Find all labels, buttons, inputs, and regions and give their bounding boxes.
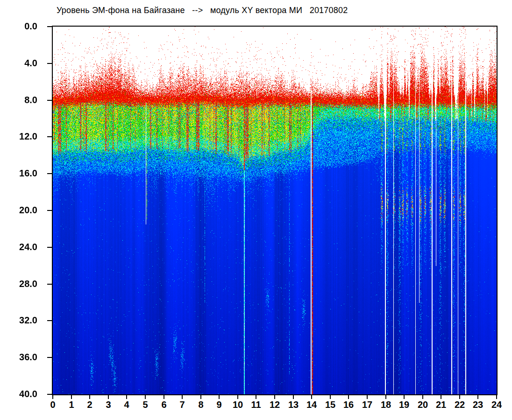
y-tick-label: 32.0 <box>5 315 37 326</box>
y-tick <box>47 284 53 285</box>
x-tick <box>200 395 201 399</box>
x-tick-label: 9 <box>209 399 229 410</box>
y-tick <box>47 210 53 211</box>
x-tick-label: 7 <box>172 399 192 410</box>
chart-title: Уровень ЭМ-фона на Байгазане --> модуль … <box>57 6 348 15</box>
x-tick-label: 21 <box>431 399 451 410</box>
x-tick-label: 10 <box>228 399 248 410</box>
x-tick-label: 13 <box>283 399 304 410</box>
x-tick-label: 1 <box>61 399 82 410</box>
x-tick-label: 8 <box>191 399 211 410</box>
y-tick-label: 24.0 <box>5 242 37 252</box>
x-tick <box>164 395 164 399</box>
x-tick <box>293 395 294 399</box>
x-tick <box>71 395 72 399</box>
x-tick <box>256 395 256 399</box>
x-tick <box>145 395 146 399</box>
x-tick-label: 0 <box>43 399 63 410</box>
y-tick-label: 28.0 <box>5 279 37 289</box>
x-tick-label: 17 <box>357 399 377 410</box>
y-tick-label: 20.0 <box>5 205 37 216</box>
y-tick <box>47 173 53 174</box>
y-tick-label: 4.0 <box>5 58 37 69</box>
y-tick <box>47 100 53 101</box>
x-tick <box>274 395 275 399</box>
x-tick <box>459 395 460 399</box>
x-tick <box>52 395 53 399</box>
y-tick <box>47 26 53 27</box>
x-tick-label: 3 <box>98 399 119 410</box>
y-tick <box>47 136 53 137</box>
x-tick-label: 2 <box>79 399 100 410</box>
x-tick-label: 20 <box>412 399 433 410</box>
x-tick-label: 4 <box>116 399 137 410</box>
x-tick-label: 22 <box>449 399 470 410</box>
x-tick <box>441 395 441 399</box>
y-tick <box>47 247 53 248</box>
x-tick <box>385 395 386 399</box>
x-tick <box>311 395 312 399</box>
x-tick <box>367 395 368 399</box>
x-tick <box>422 395 423 399</box>
x-tick-label: 24 <box>486 399 507 410</box>
x-tick <box>182 395 183 399</box>
y-tick <box>47 357 53 358</box>
x-tick <box>330 395 331 399</box>
y-tick-label: 12.0 <box>5 131 37 142</box>
x-tick <box>219 395 220 399</box>
x-tick <box>237 395 238 399</box>
y-tick <box>47 63 53 64</box>
y-tick-label: 40.0 <box>5 389 37 399</box>
x-tick-label: 18 <box>376 399 396 410</box>
y-tick-label: 16.0 <box>5 168 37 179</box>
x-tick-label: 5 <box>135 399 156 410</box>
x-tick-label: 11 <box>246 399 266 410</box>
x-tick <box>108 395 109 399</box>
y-tick-label: 0.0 <box>5 21 37 32</box>
x-tick <box>496 395 497 399</box>
x-tick <box>477 395 478 399</box>
x-tick <box>404 395 405 399</box>
x-tick-label: 15 <box>320 399 341 410</box>
x-tick-label: 12 <box>264 399 285 410</box>
x-tick-label: 6 <box>154 399 174 410</box>
x-tick <box>348 395 349 399</box>
spectrogram-heatmap <box>53 27 497 394</box>
y-tick <box>47 394 53 395</box>
y-tick <box>47 320 53 321</box>
x-tick-label: 23 <box>468 399 488 410</box>
x-tick <box>89 395 90 399</box>
x-tick-label: 19 <box>394 399 414 410</box>
x-tick-label: 14 <box>301 399 322 410</box>
y-tick-label: 8.0 <box>5 95 37 105</box>
x-tick-label: 16 <box>338 399 359 410</box>
y-tick-label: 36.0 <box>5 352 37 363</box>
x-tick <box>126 395 127 399</box>
spectrogram-page: Уровень ЭМ-фона на Байгазане --> модуль … <box>0 0 512 420</box>
